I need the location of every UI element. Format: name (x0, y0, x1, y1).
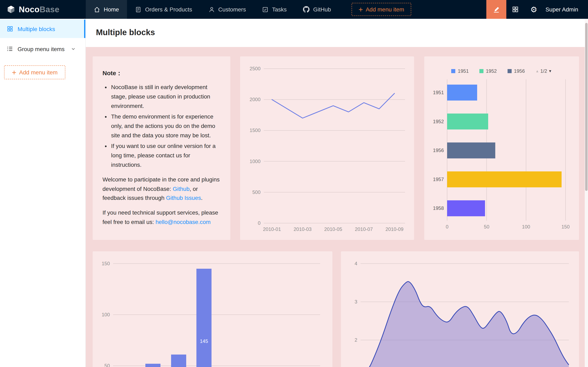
horizontal-bar-chart: 05010015019511952195619571958 (424, 56, 579, 240)
nocobase-logo-icon (7, 5, 16, 14)
nav-item-github[interactable]: GitHub (295, 0, 339, 19)
svg-text:2010-05: 2010-05 (324, 226, 342, 232)
svg-text:2010-09: 2010-09 (386, 226, 403, 232)
main-nav: HomeOrders & ProductsCustomersTasksGitHu… (86, 0, 339, 19)
svg-text:150: 150 (102, 261, 110, 266)
highlighter-pen-icon (493, 6, 500, 13)
plugin-manager-button[interactable] (506, 0, 525, 19)
blocks-icon (7, 26, 13, 32)
svg-text:2: 2 (355, 337, 357, 343)
svg-text:2010-03: 2010-03 (294, 226, 312, 232)
page-scrollbar (585, 19, 588, 367)
navbar-right: ⚙ Super Admin (486, 0, 588, 19)
svg-text:1956: 1956 (433, 148, 444, 153)
sidebar-item-label: Multiple blocks (17, 25, 55, 32)
note-title: Note： (103, 69, 220, 77)
legend-label: 1956 (514, 68, 525, 74)
legend-label: 1951 (458, 68, 468, 74)
svg-text:100: 100 (522, 224, 530, 229)
svg-text:4: 4 (355, 261, 357, 266)
svg-text:2500: 2500 (250, 66, 260, 71)
nav-item-label: Tasks (272, 6, 287, 13)
svg-text:2010-01: 2010-01 (263, 226, 281, 232)
legend-swatch (507, 69, 511, 73)
line-chart-block: 050010001500200025002010-012010-032010-0… (240, 56, 414, 240)
plus-icon (12, 70, 16, 75)
area-chart: 432 (341, 251, 579, 367)
chart-legend: 195119521956 ▲ 1/2 ▼ (424, 68, 579, 74)
note-paragraph: Welcome to participate in the core and p… (103, 175, 220, 203)
nav-item-orders-products[interactable]: Orders & Products (127, 0, 200, 19)
svg-text:1958: 1958 (433, 205, 444, 211)
logo[interactable]: NocoBase (0, 0, 86, 19)
ui-editor-button[interactable] (486, 0, 506, 19)
github-issues-link[interactable]: Github Issues (166, 195, 201, 201)
legend-page-down-icon[interactable]: ▼ (548, 69, 552, 73)
legend-item-1956[interactable]: 1956 (507, 68, 525, 74)
area-chart-block: 432 (341, 251, 579, 367)
vertical-bar-chart: 15010050145 (93, 251, 332, 367)
customers-icon (209, 6, 215, 12)
sidebar: Multiple blocksGroup menu items Add menu… (0, 19, 86, 367)
nav-item-tasks[interactable]: Tasks (254, 0, 295, 19)
page-header: Multiple blocks (86, 19, 585, 47)
nav-item-home[interactable]: Home (86, 0, 127, 19)
add-menu-item-button[interactable]: Add menu item (351, 3, 411, 16)
chevron-down-icon (71, 47, 76, 51)
email-link[interactable]: hello@nocobase.com (156, 219, 211, 225)
legend-item-1952[interactable]: 1952 (479, 68, 497, 74)
legend-swatch (451, 69, 455, 73)
viewport: NocoBase HomeOrders & ProductsCustomersT… (0, 0, 588, 367)
nav-item-label: Orders & Products (145, 6, 192, 13)
svg-text:3: 3 (355, 299, 357, 304)
note-paragraph: If you need technical support services, … (103, 208, 220, 227)
group-icon (7, 46, 13, 52)
svg-text:1500: 1500 (250, 127, 260, 133)
svg-text:1952: 1952 (433, 119, 444, 124)
logo-text-bold: Noco (19, 5, 40, 14)
legend-page-up-icon[interactable]: ▲ (536, 69, 539, 73)
nav-item-label: Home (104, 6, 119, 13)
sidebar-item-multiple-blocks[interactable]: Multiple blocks (0, 20, 85, 38)
main-area: Multiple blocks Note： NocoBase is still … (86, 19, 585, 367)
page-title: Multiple blocks (96, 28, 574, 37)
nav-item-customers[interactable]: Customers (200, 0, 254, 19)
horizontal-bar-chart-block: 195119521956 ▲ 1/2 ▼ 0501001501951195219… (424, 56, 579, 240)
note-bullet: The demo environment is for experience o… (111, 112, 220, 140)
svg-text:100: 100 (102, 312, 110, 317)
settings-button[interactable]: ⚙ (525, 0, 543, 19)
svg-text:50: 50 (104, 363, 110, 367)
nav-item-label: GitHub (313, 6, 331, 13)
nav-item-label: Customers (218, 6, 246, 13)
scrollbar-thumb[interactable] (585, 23, 588, 191)
github-icon (303, 6, 309, 13)
sidebar-add-menu-item-label: Add menu item (19, 69, 57, 75)
blocks-grid: Note： NocoBase is still in early develop… (86, 47, 585, 367)
legend-label: 1952 (486, 68, 497, 74)
legend-page-label: 1/2 (540, 68, 547, 74)
note-bullet: If you want to use our online version fo… (111, 141, 220, 169)
legend-item-1951[interactable]: 1951 (451, 68, 468, 74)
svg-text:0: 0 (446, 224, 448, 229)
svg-text:1957: 1957 (433, 176, 444, 182)
note-bullet: NocoBase is still in early development s… (111, 83, 220, 111)
orders-icon (135, 6, 142, 12)
svg-text:145: 145 (200, 338, 208, 344)
svg-text:0: 0 (258, 220, 260, 226)
user-name[interactable]: Super Admin (543, 6, 588, 13)
home-icon (94, 6, 100, 12)
grid-squares-icon (512, 6, 519, 13)
note-paragraphs: Welcome to participate in the core and p… (103, 175, 220, 227)
app: NocoBase HomeOrders & ProductsCustomersT… (0, 0, 588, 367)
vertical-bar-chart-block: 15010050145 (93, 251, 332, 367)
plus-icon (358, 7, 363, 12)
github-link[interactable]: Github (173, 185, 190, 192)
svg-text:2000: 2000 (250, 97, 260, 102)
svg-text:50: 50 (484, 224, 489, 229)
svg-text:1000: 1000 (250, 158, 260, 164)
sidebar-add-menu-item-button[interactable]: Add menu item (4, 65, 65, 79)
gear-icon: ⚙ (531, 6, 537, 13)
tasks-icon (262, 6, 268, 12)
sidebar-item-group-menu-items[interactable]: Group menu items (0, 40, 85, 58)
svg-text:2010-07: 2010-07 (355, 226, 373, 232)
